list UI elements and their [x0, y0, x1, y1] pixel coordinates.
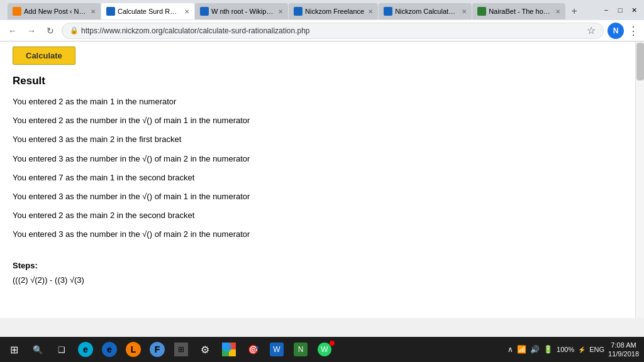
scrollbar-thumb[interactable] — [636, 43, 644, 80]
tab-bar: Add New Post ‹ Nickzo ✕ Calculate Surd R… — [5, 1, 599, 19]
notification-badge — [330, 341, 335, 346]
steps-label: Steps: — [13, 261, 38, 270]
taskbar-ie[interactable]: e — [98, 338, 121, 361]
speaker-icon: 🔊 — [530, 345, 540, 354]
title-bar: Add New Post ‹ Nickzo ✕ Calculate Surd R… — [0, 0, 644, 20]
window-controls: − □ ✕ — [601, 5, 639, 15]
tab-naira-bet[interactable]: NairaBet - The home o ✕ — [472, 3, 565, 19]
taskbar-edge[interactable]: e — [74, 338, 97, 361]
bookmark-icon[interactable]: ☆ — [587, 25, 596, 36]
app4-icon: F — [150, 342, 165, 357]
tab-favicon — [106, 7, 115, 16]
taskbar-clock[interactable]: 7:08 AM 11/9/2018 — [608, 341, 639, 359]
forward-button[interactable]: → — [24, 23, 39, 38]
tab-favicon — [294, 7, 303, 16]
taskbar-app3[interactable]: L — [122, 338, 145, 361]
taskbar-target[interactable]: 🎯 — [242, 338, 264, 361]
tab-label: Nickzom Freelance — [305, 8, 364, 15]
tab-favicon — [384, 7, 392, 16]
result-section: Result You entered 2 as the main 1 in th… — [13, 75, 631, 241]
app3-icon: L — [126, 342, 141, 357]
address-bar: ← → ↻ 🔒 https://www.nickzom.org/calculat… — [0, 20, 644, 41]
windows-icon: ⊞ — [10, 344, 18, 356]
result-line-3: You entered 3 as the main 2 in the first… — [13, 134, 631, 145]
tab-nickzom-freelance[interactable]: Nickzom Freelance ✕ — [289, 3, 378, 19]
search-icon: 🔍 — [33, 345, 43, 354]
taskbar-app4[interactable]: F — [146, 338, 169, 361]
app9-icon: N — [294, 343, 308, 356]
edge-icon: e — [78, 342, 93, 357]
profile-avatar[interactable]: N — [608, 23, 624, 39]
taskbar-app9[interactable]: N — [289, 338, 312, 361]
ie-icon: e — [102, 342, 117, 357]
tab-close-icon[interactable]: ✕ — [368, 8, 373, 15]
target-icon: 🎯 — [246, 343, 260, 356]
tab-label: Calculate Surd Rational — [118, 8, 180, 15]
tab-close-icon[interactable]: ✕ — [184, 8, 189, 15]
search-button[interactable]: 🔍 — [26, 338, 49, 361]
refresh-button[interactable]: ↻ — [43, 23, 58, 38]
back-button[interactable]: ← — [5, 23, 20, 38]
tab-label: Add New Post ‹ Nickzo — [24, 8, 87, 15]
tab-close-icon[interactable]: ✕ — [462, 8, 467, 15]
new-tab-button[interactable]: + — [566, 3, 582, 19]
tab-favicon — [200, 7, 209, 16]
result-line-6: You entered 3 as the number in the √() o… — [13, 191, 631, 202]
calculator-icon: ⊞ — [174, 343, 188, 356]
clock-date: 11/9/2018 — [608, 349, 639, 358]
steps-section: Steps: (((2) √(2)) - ((3) √(3) — [13, 256, 631, 285]
tab-close-icon[interactable]: ✕ — [278, 8, 283, 15]
taskbar: ⊞ 🔍 ❑ e e L F ⊞ ⚙ 🌐 🎯 W N W ∧ 📶 🔊 — [0, 337, 644, 362]
tab-close-icon[interactable]: ✕ — [91, 8, 96, 15]
taskbar-app8[interactable]: W — [265, 338, 288, 361]
url-text: https://www.nickzom.org/calculator/calcu… — [81, 26, 310, 35]
app10-icon: W — [318, 343, 331, 356]
battery-percent: 100% — [557, 346, 574, 353]
tab-add-new-post[interactable]: Add New Post ‹ Nickzo ✕ — [8, 3, 101, 19]
result-line-5: You entered 7 as the main 1 in the secon… — [13, 172, 631, 184]
tab-nickzom-calculator[interactable]: Nickzom Calculator Sol ✕ — [379, 3, 472, 19]
tab-label: W nth root - Wikipedia — [211, 8, 274, 15]
tab-label: NairaBet - The home o — [489, 8, 552, 15]
close-button[interactable]: ✕ — [629, 5, 639, 15]
tab-nth-root[interactable]: W nth root - Wikipedia ✕ — [195, 3, 288, 19]
minimize-button[interactable]: − — [601, 5, 611, 15]
taskbar-calculator[interactable]: ⊞ — [170, 338, 192, 361]
network-icon: 📶 — [517, 345, 526, 354]
result-line-2: You entered 2 as the number in the √() o… — [13, 115, 631, 126]
taskbar-app10[interactable]: W — [313, 338, 336, 361]
tab-favicon — [13, 7, 21, 16]
taskbar-right: ∧ 📶 🔊 🔋 100% ⚡ ENG 7:08 AM 11/9/2018 — [508, 341, 641, 359]
tab-label: Nickzom Calculator Sol — [395, 8, 458, 15]
result-title: Result — [13, 75, 631, 87]
calculate-button[interactable]: Calculate — [13, 47, 75, 65]
settings-icon: ⚙ — [198, 343, 212, 356]
start-button[interactable]: ⊞ — [3, 338, 25, 361]
result-line-7: You entered 2 as the main 2 in the secon… — [13, 210, 631, 221]
chrome-icon: 🌐 — [222, 343, 236, 356]
result-line-8: You entered 3 as the number in the √() o… — [13, 229, 631, 240]
language-label: ENG — [589, 346, 604, 353]
result-line-4: You entered 3 as the number in the √() o… — [13, 153, 631, 165]
scrollbar-track[interactable] — [635, 41, 644, 318]
taskbar-chrome[interactable]: 🌐 — [218, 338, 240, 361]
task-view-button[interactable]: ❑ — [50, 338, 73, 361]
steps-formula: (((2) √(2)) - ((3) √(3) — [13, 275, 631, 285]
clock-time: 7:08 AM — [608, 341, 639, 349]
charge-icon: ⚡ — [578, 346, 586, 353]
battery-icon: 🔋 — [543, 345, 553, 354]
tab-calculate-surd[interactable]: Calculate Surd Rational ✕ — [101, 3, 194, 19]
show-hidden-icon[interactable]: ∧ — [508, 345, 513, 354]
browser-menu-button[interactable]: ⋮ — [628, 24, 639, 38]
app8-icon: W — [270, 343, 284, 356]
task-view-icon: ❑ — [58, 345, 65, 354]
lock-icon: 🔒 — [70, 26, 79, 35]
tab-favicon — [477, 7, 486, 16]
maximize-button[interactable]: □ — [615, 5, 625, 15]
url-box[interactable]: 🔒 https://www.nickzom.org/calculator/cal… — [62, 23, 604, 39]
taskbar-settings[interactable]: ⚙ — [194, 338, 216, 361]
tab-close-icon[interactable]: ✕ — [555, 8, 560, 15]
page-content: Calculate Result You entered 2 as the ma… — [0, 41, 644, 318]
result-line-1: You entered 2 as the main 1 in the numer… — [13, 96, 631, 107]
